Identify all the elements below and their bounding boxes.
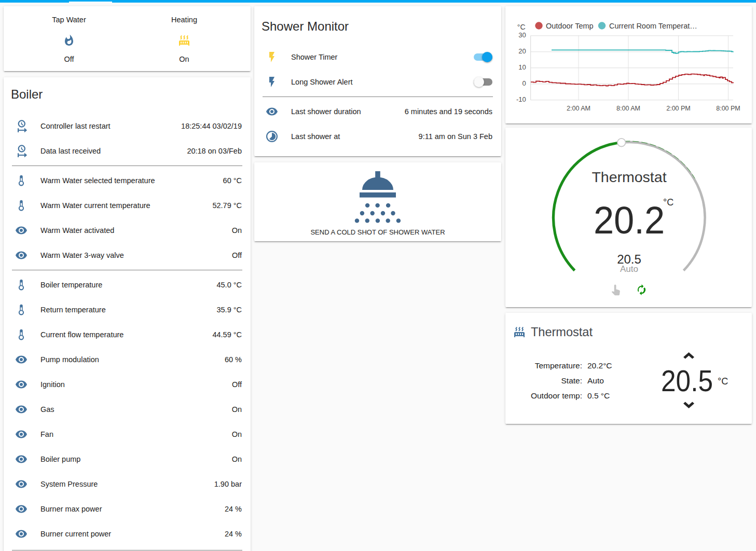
svg-text:Outdoor Temp: Outdoor Temp [546, 22, 594, 30]
svg-text:20: 20 [518, 47, 526, 55]
svg-text:-10: -10 [516, 95, 526, 103]
svg-text:Current Room Temperat…: Current Room Temperat… [609, 22, 697, 30]
svg-text:2:00 AM: 2:00 AM [567, 105, 590, 112]
svg-text:0: 0 [522, 79, 526, 87]
svg-text:30: 30 [518, 31, 526, 39]
svg-text:°C: °C [517, 23, 526, 31]
svg-text:8:00 AM: 8:00 AM [616, 105, 640, 112]
svg-text:8:00 PM: 8:00 PM [716, 105, 740, 112]
svg-text:10: 10 [518, 63, 526, 71]
svg-text:2:00 PM: 2:00 PM [666, 105, 691, 112]
